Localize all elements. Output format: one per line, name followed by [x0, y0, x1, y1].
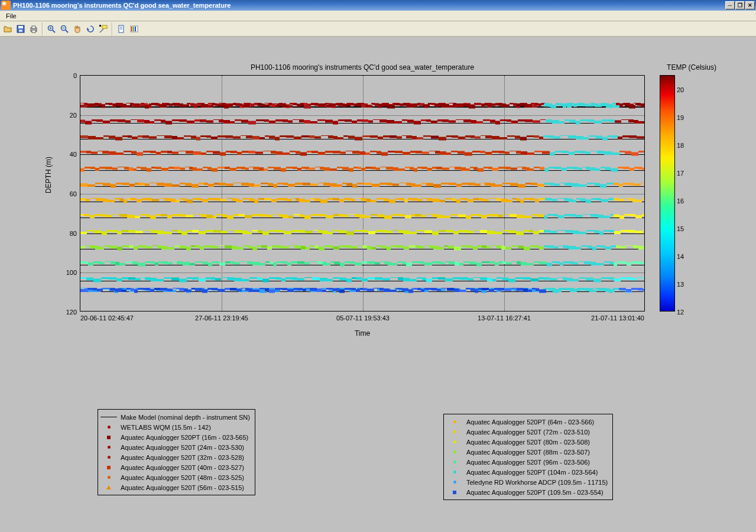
legend-entry[interactable]: Aquatec Aqualogger 520T (96m - 023-506): [446, 457, 608, 467]
svg-rect-4: [32, 26, 35, 28]
colorbar-tick: 13: [677, 281, 684, 288]
series-track: [80, 135, 644, 142]
y-tick: 120: [66, 309, 77, 316]
series-track: [80, 103, 644, 111]
legend-entry[interactable]: Aquatec Aqualogger 520PT (104m - 023-564…: [446, 467, 608, 477]
axes[interactable]: 02040608010012020-06-11 02:45:4727-06-11…: [80, 75, 645, 312]
legend-entry[interactable]: Aquatec Aqualogger 520T (56m - 023-515): [100, 482, 250, 492]
toolbar-separator: [112, 22, 113, 35]
legend-left[interactable]: Make Model (nominal depth - instrument S…: [98, 409, 255, 495]
window-title: PH100-1106 mooring's instruments QC'd go…: [13, 2, 231, 9]
data-cursor-icon[interactable]: [97, 22, 110, 35]
svg-rect-22: [135, 27, 136, 31]
zoom-out-icon[interactable]: [58, 22, 71, 35]
svg-line-14: [100, 29, 103, 33]
series-track: [80, 288, 644, 295]
series-track: [80, 245, 644, 252]
series-track: [80, 183, 644, 190]
x-tick: 05-07-11 19:53:43: [336, 314, 390, 322]
legend-entry[interactable]: Aquatec Aqualogger 520PT (64m - 023-566): [446, 417, 608, 427]
y-tick: 40: [70, 151, 77, 158]
series-track: [80, 198, 644, 205]
x-tick: 13-07-11 16:27:41: [478, 314, 531, 322]
colorbar-tick: 18: [677, 142, 684, 149]
titlebar: PH100-1106 mooring's instruments QC'd go…: [0, 0, 756, 11]
x-tick: 20-06-11 02:45:47: [80, 314, 134, 322]
legend-header: Make Model (nominal depth - instrument S…: [121, 414, 250, 421]
x-tick: 27-06-11 23:19:45: [195, 314, 248, 322]
svg-rect-5: [32, 30, 35, 33]
svg-rect-15: [99, 25, 101, 27]
legend-entry[interactable]: Aquatec Aqualogger 520T (40m - 023-527): [100, 462, 250, 472]
svg-line-7: [53, 30, 55, 33]
toolbar: [0, 21, 756, 37]
series-track: [80, 261, 644, 268]
pan-icon[interactable]: [71, 22, 84, 35]
series-track: [80, 230, 644, 237]
svg-rect-20: [131, 27, 132, 31]
legend-entry[interactable]: Aquatec Aqualogger 520T (72m - 023-510): [446, 427, 608, 437]
x-axis-label: Time: [80, 329, 645, 338]
series-track: [80, 214, 644, 221]
colorbar-tick: 15: [677, 225, 684, 232]
legend-entry[interactable]: Teledyne RD Workhorse ADCP (109.5m - 117…: [446, 477, 608, 487]
legend-entry[interactable]: Aquatec Aqualogger 520PT (16m - 023-565): [100, 432, 250, 442]
colorbar-tick: 20: [677, 86, 684, 93]
legend-entry[interactable]: Aquatec Aqualogger 520PT (109.5m - 023-5…: [446, 487, 608, 497]
toolbar-separator: [42, 22, 43, 35]
colorbar-tick: 19: [677, 114, 684, 121]
svg-line-11: [66, 30, 68, 33]
legend-entry[interactable]: Aquatec Aqualogger 520T (24m - 023-530): [100, 442, 250, 452]
plot-title: PH100-1106 mooring's instruments QC'd go…: [80, 63, 645, 72]
menubar: File: [0, 11, 756, 21]
svg-rect-13: [102, 25, 107, 28]
legend-entry[interactable]: Aquatec Aqualogger 520T (80m - 023-508): [446, 437, 608, 447]
link-icon[interactable]: [115, 22, 128, 35]
y-tick: 60: [70, 190, 77, 197]
colorbar-tick: 16: [677, 197, 684, 205]
series-track: [80, 151, 644, 158]
legend-right[interactable]: Aquatec Aqualogger 520PT (64m - 023-566)…: [443, 414, 613, 500]
svg-rect-21: [133, 27, 134, 31]
figure-canvas: PH100-1106 mooring's instruments QC'd go…: [0, 37, 756, 532]
legend-entry[interactable]: Aquatec Aqualogger 520T (88m - 023-507): [446, 447, 608, 457]
colorbar-tick: 17: [677, 170, 684, 177]
restore-button[interactable]: ❐: [735, 1, 745, 9]
zoom-in-icon[interactable]: [45, 22, 58, 35]
series-track: [80, 167, 644, 174]
series-track: [80, 277, 644, 284]
legend-entry[interactable]: Aquatec Aqualogger 520T (48m - 023-525): [100, 472, 250, 482]
colorbar-icon[interactable]: [128, 22, 141, 35]
matlab-icon: [1, 1, 11, 10]
colorbar-tick: 12: [677, 309, 684, 316]
legend-entry[interactable]: Aquatec Aqualogger 520T (32m - 023-528): [100, 452, 250, 462]
y-tick: 20: [70, 112, 77, 119]
y-tick: 80: [70, 230, 77, 237]
colorbar-title: TEMP (Celsius): [650, 63, 733, 72]
open-icon[interactable]: [1, 22, 14, 35]
svg-rect-1: [18, 26, 23, 28]
menu-file[interactable]: File: [2, 12, 20, 20]
colorbar-tick: 14: [677, 253, 684, 260]
rotate-icon[interactable]: [84, 22, 97, 35]
y-tick: 0: [73, 72, 77, 79]
print-icon[interactable]: [27, 22, 40, 35]
legend-entry[interactable]: WETLABS WQM (15.5m - 142): [100, 422, 250, 432]
minimize-button[interactable]: ─: [725, 1, 735, 9]
y-tick: 100: [66, 269, 77, 276]
svg-rect-2: [19, 30, 22, 32]
x-tick: 21-07-11 13:01:40: [591, 314, 644, 322]
colorbar[interactable]: 121314151617181920: [660, 75, 675, 312]
series-track: [80, 119, 644, 126]
save-icon[interactable]: [14, 22, 27, 35]
close-button[interactable]: ✕: [745, 1, 755, 9]
